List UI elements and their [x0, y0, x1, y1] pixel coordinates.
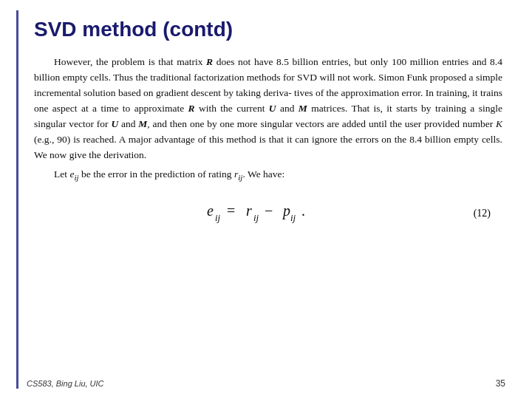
footer-page-number: 35	[496, 378, 505, 389]
left-border-decoration	[16, 10, 18, 389]
svg-text:ij: ij	[253, 212, 259, 223]
paragraph-1: However, the problem is that matrix R do…	[34, 55, 502, 163]
equation-number: (12)	[474, 208, 491, 219]
svg-text:e: e	[207, 202, 214, 219]
svg-text:r: r	[246, 202, 252, 219]
svg-text:=: =	[227, 202, 235, 219]
footer-course-info: CS583, Bing Liu, UIC	[27, 379, 104, 388]
slide-title: SVD method (contd)	[34, 18, 505, 41]
equation-svg: e ij = r ij − p ij .	[185, 195, 347, 232]
slide-footer: CS583, Bing Liu, UIC 35	[27, 378, 505, 389]
svg-text:ij: ij	[215, 212, 221, 223]
slide-body: However, the problem is that matrix R do…	[34, 55, 502, 185]
svg-text:p: p	[282, 202, 290, 219]
svg-text:ij: ij	[290, 212, 296, 223]
paragraph-2: Let eij be the error in the prediction o…	[34, 167, 502, 184]
equation-block: e ij = r ij − p ij . (12)	[27, 195, 505, 232]
svg-text:.: .	[301, 202, 305, 219]
svg-text:−: −	[265, 202, 273, 219]
slide: SVD method (contd) However, the problem …	[0, 0, 532, 399]
